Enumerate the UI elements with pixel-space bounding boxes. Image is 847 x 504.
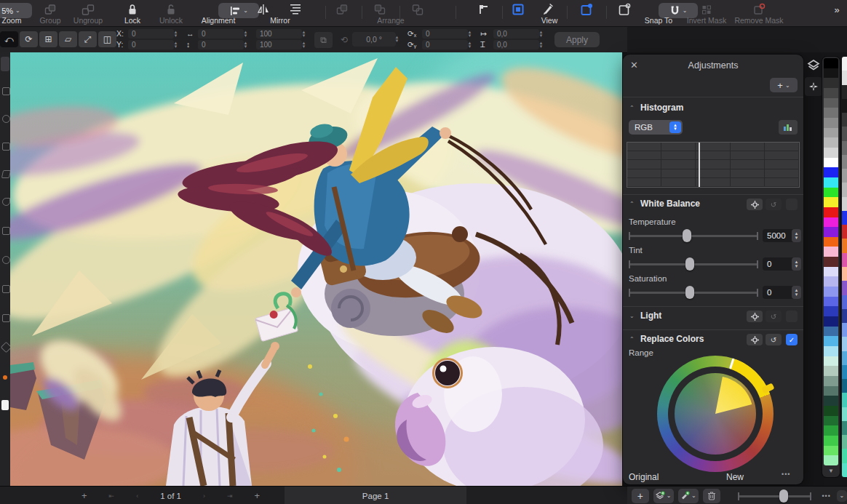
color-swatch-partial[interactable] xyxy=(842,71,847,84)
hue-disc[interactable] xyxy=(675,373,756,455)
skew-y-input[interactable]: 0 xyxy=(422,40,468,49)
height-percent-stepper[interactable]: ▲▼ xyxy=(300,40,308,49)
color-swatch[interactable] xyxy=(824,267,838,277)
light-checkbox[interactable] xyxy=(786,311,798,322)
tool-icon[interactable] xyxy=(2,87,10,95)
unlock-button[interactable] xyxy=(165,2,177,17)
temperature-slider-thumb[interactable] xyxy=(683,229,691,242)
color-swatch-partial[interactable] xyxy=(842,127,847,140)
width-stepper[interactable]: ▲▼ xyxy=(242,29,250,39)
color-swatch[interactable] xyxy=(824,78,838,88)
color-swatch-partial[interactable] xyxy=(842,449,847,463)
color-swatch[interactable] xyxy=(824,88,838,98)
color-swatch[interactable] xyxy=(824,356,838,367)
tool-icon[interactable] xyxy=(2,143,10,151)
color-swatch[interactable] xyxy=(824,227,838,237)
width-percent-stepper[interactable]: ▲▼ xyxy=(300,29,308,39)
preview-mode-button[interactable] xyxy=(580,2,593,17)
canvas-viewport[interactable] xyxy=(10,52,622,486)
color-swatch-partial[interactable] xyxy=(842,211,847,225)
color-swatch-partial[interactable] xyxy=(842,351,847,365)
first-page-button[interactable]: ⇤ xyxy=(109,492,115,500)
color-swatch-partial[interactable] xyxy=(842,435,847,449)
ungroup-button[interactable] xyxy=(81,2,95,17)
color-swatch[interactable] xyxy=(824,207,838,217)
color-swatch[interactable] xyxy=(824,167,838,177)
color-swatch-partial[interactable] xyxy=(842,169,847,183)
pick-color-dropdown[interactable]: ⌄ xyxy=(678,489,699,503)
lock-button[interactable] xyxy=(127,2,138,17)
offset-x-stepper[interactable]: ▲▼ xyxy=(537,29,545,39)
replace-colors-reset-button[interactable]: ↺ xyxy=(766,334,782,345)
color-swatch-partial[interactable] xyxy=(842,379,847,393)
mirror-button[interactable] xyxy=(256,2,271,17)
collapse-bar-button[interactable]: ⌄ xyxy=(837,490,847,502)
color-swatch[interactable] xyxy=(824,366,838,376)
color-swatch-partial[interactable] xyxy=(842,99,847,113)
width-input[interactable]: 0 xyxy=(198,29,244,39)
color-swatch-partial[interactable] xyxy=(842,281,847,295)
color-swatch-partial[interactable] xyxy=(842,253,847,267)
offset-y-input[interactable]: 0,0 xyxy=(493,40,539,49)
actions-more-button[interactable]: ••• xyxy=(822,492,830,500)
color-swatch[interactable] xyxy=(824,118,838,128)
color-swatch[interactable] xyxy=(824,217,838,228)
color-swatch[interactable] xyxy=(824,336,838,346)
color-swatch-partial[interactable] xyxy=(842,421,847,435)
white-balance-reset-button[interactable]: ↺ xyxy=(766,199,782,210)
tool-icon-colored[interactable] xyxy=(3,375,7,380)
color-swatch[interactable] xyxy=(824,137,838,148)
light-reset-button[interactable]: ↺ xyxy=(766,311,782,322)
skew-x-input[interactable]: 0 xyxy=(422,29,468,39)
saturation-value-stepper[interactable]: ▲▼ xyxy=(792,286,801,299)
white-balance-settings-button[interactable] xyxy=(747,199,763,210)
fill-color-swatch[interactable] xyxy=(1,400,9,410)
color-swatch[interactable] xyxy=(824,257,838,267)
sketch-view-button[interactable] xyxy=(541,2,554,17)
temperature-value[interactable]: 5000 xyxy=(763,229,795,242)
offset-y-stepper[interactable]: ▲▼ xyxy=(537,40,545,49)
color-swatch[interactable] xyxy=(824,346,838,356)
white-balance-checkbox[interactable] xyxy=(786,199,798,210)
temperature-value-stepper[interactable]: ▲▼ xyxy=(792,229,801,242)
skew-tool-button[interactable]: ▱ xyxy=(59,31,77,47)
invert-mask-button[interactable] xyxy=(701,2,713,17)
perspective-tool-button[interactable]: ◫ xyxy=(98,31,116,47)
width-percent-input[interactable]: 100 xyxy=(256,29,302,39)
mix-slider-thumb[interactable] xyxy=(779,489,788,503)
color-swatch-partial[interactable] xyxy=(842,183,847,196)
x-position-input[interactable]: 0 xyxy=(128,29,174,39)
replace-colors-checkbox[interactable]: ✓ xyxy=(786,334,798,345)
color-swatch[interactable] xyxy=(824,177,838,188)
skew-x-stepper[interactable]: ▲▼ xyxy=(466,29,474,39)
color-swatch-partial[interactable] xyxy=(842,57,847,71)
replace-colors-more-button[interactable]: ••• xyxy=(782,471,790,478)
add-page-button-2[interactable]: + xyxy=(254,490,260,501)
color-swatch-partial[interactable] xyxy=(842,323,847,337)
group-button[interactable] xyxy=(44,2,57,17)
color-swatch-partial[interactable] xyxy=(842,393,847,407)
y-stepper[interactable]: ▲▼ xyxy=(172,40,180,49)
color-swatch[interactable] xyxy=(824,436,838,446)
tools-sidebar-partial[interactable] xyxy=(0,52,11,486)
color-swatch-partial[interactable] xyxy=(842,295,847,309)
add-layer-preset-dropdown[interactable]: ⌄ xyxy=(653,489,674,503)
tool-icon[interactable] xyxy=(2,314,10,322)
color-swatch[interactable] xyxy=(824,396,838,406)
remove-mask-button[interactable] xyxy=(752,2,766,17)
color-swatch-partial[interactable] xyxy=(842,239,847,252)
layers-panel-tab[interactable] xyxy=(806,58,821,76)
scale-tool-button[interactable]: ⤢ xyxy=(79,31,97,47)
color-swatch[interactable] xyxy=(824,98,838,108)
color-swatch[interactable] xyxy=(824,188,838,198)
color-swatch-partial[interactable] xyxy=(842,365,847,379)
color-swatch[interactable] xyxy=(824,287,838,297)
color-swatch[interactable] xyxy=(824,108,838,118)
color-swatch-partial[interactable] xyxy=(842,309,847,323)
temperature-slider[interactable] xyxy=(629,229,758,242)
histogram-channel-select[interactable]: RGB ▲▼ xyxy=(629,120,683,135)
rotate-tool-button[interactable]: ⟳ xyxy=(20,31,38,47)
add-item-button[interactable]: + xyxy=(632,489,649,503)
offset-x-input[interactable]: 0,0 xyxy=(493,29,539,39)
tint-slider[interactable] xyxy=(629,257,758,271)
